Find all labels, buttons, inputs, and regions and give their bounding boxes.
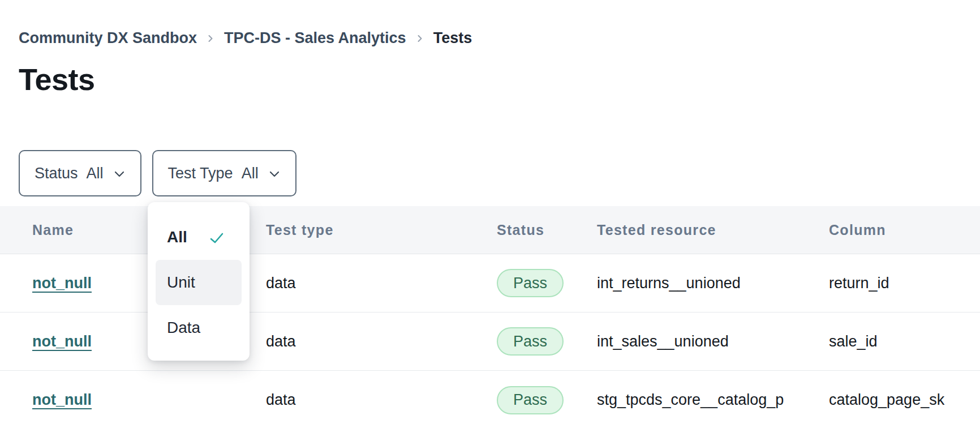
breadcrumb-item-current: Tests [433,29,472,47]
dropdown-item-all[interactable]: All [148,215,250,260]
status-filter-label: Status [35,165,78,182]
status-badge: Pass [497,269,564,297]
test-name-link[interactable]: not_null [32,275,92,292]
breadcrumb-item-package[interactable]: TPC-DS - Sales Analytics [224,29,406,47]
tested-resource-cell: int_sales__unioned [597,333,784,350]
column-cell: return_id [829,275,980,292]
status-cell: Pass [497,269,597,297]
chevron-down-icon [113,170,126,178]
status-cell: Pass [497,386,597,414]
column-cell: catalog_page_sk [829,391,980,409]
dropdown-item-data[interactable]: Data [148,305,250,350]
dropdown-item-label: Data [167,319,200,337]
test-type-cell: data [266,275,497,292]
test-type-cell: data [266,391,497,409]
page-title: Tests [19,62,980,96]
table-header-row: Name Test type Status Tested resource Co… [0,206,980,254]
chevron-right-icon [414,33,425,44]
tested-resource-cell: int_returns__unioned [597,275,784,292]
filter-bar: Status All Test Type All [19,150,980,196]
check-icon [209,232,225,245]
test-type-filter-button[interactable]: Test Type All [152,150,296,196]
status-filter-value: All [87,165,104,182]
table-row: not_null data Pass int_sales__unioned sa… [0,313,980,371]
dropdown-item-unit[interactable]: Unit [156,260,242,305]
column-header-column: Column [829,222,980,238]
test-type-dropdown-menu: All Unit Data [148,202,250,361]
status-filter-button[interactable]: Status All [19,150,141,196]
test-type-filter-value: All [242,165,259,182]
breadcrumb: Community DX Sandbox TPC-DS - Sales Anal… [19,29,980,46]
tested-resource-cell: stg_tpcds_core__catalog_p… [597,391,784,409]
status-badge: Pass [497,327,564,356]
status-cell: Pass [497,327,597,356]
column-cell: sale_id [829,333,980,350]
tests-table: Name Test type Status Tested resource Co… [0,206,980,428]
chevron-right-icon [205,33,216,44]
column-header-tested-resource: Tested resource [597,222,829,238]
test-type-cell: data [266,333,497,350]
dropdown-item-label: All [167,228,187,246]
table-row: not_null data Pass stg_tpcds_core__catal… [0,371,980,428]
breadcrumb-item-project[interactable]: Community DX Sandbox [19,29,197,47]
dropdown-item-label: Unit [167,273,195,292]
status-badge: Pass [497,386,564,414]
test-name-link[interactable]: not_null [32,333,92,350]
test-name-link[interactable]: not_null [32,391,92,409]
chevron-down-icon [268,170,281,178]
table-row: not_null data Pass int_returns__unioned … [0,254,980,313]
column-header-status: Status [497,222,597,238]
test-type-filter-label: Test Type [168,165,233,182]
column-header-test-type: Test type [266,222,497,238]
